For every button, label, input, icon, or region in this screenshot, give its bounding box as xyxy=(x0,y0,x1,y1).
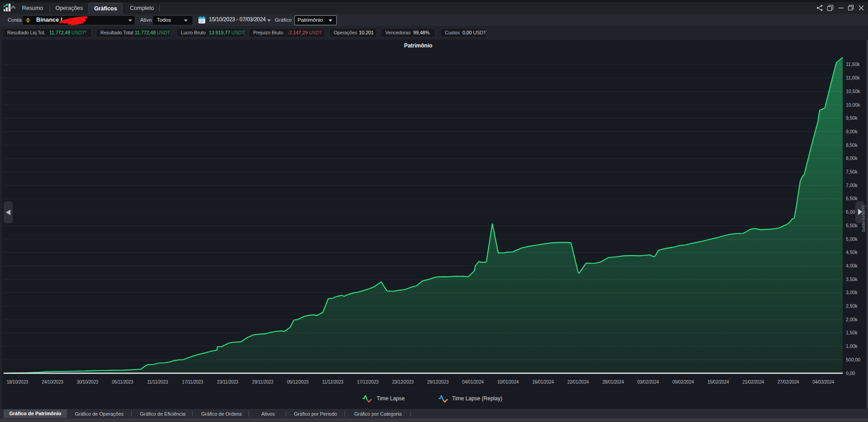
svg-text:5,00k: 5,00k xyxy=(846,236,858,242)
svg-text:9,00k: 9,00k xyxy=(846,129,858,134)
svg-text:16/01/2024: 16/01/2024 xyxy=(532,380,554,384)
svg-text:17/12/2023: 17/12/2023 xyxy=(357,380,379,384)
svg-text:28/01/2024: 28/01/2024 xyxy=(602,380,624,384)
svg-text:7,00k: 7,00k xyxy=(846,183,858,188)
svg-text:9,50k: 9,50k xyxy=(846,115,858,121)
svg-text:23/12/2023: 23/12/2023 xyxy=(392,380,414,384)
svg-text:10,00k: 10,00k xyxy=(846,102,860,108)
svg-text:29/11/2023: 29/11/2023 xyxy=(252,380,274,384)
svg-text:10,50k: 10,50k xyxy=(846,89,860,94)
svg-text:27/02/2024: 27/02/2024 xyxy=(778,380,799,384)
svg-text:11/11/2023: 11/11/2023 xyxy=(147,380,168,384)
svg-text:2,00k: 2,00k xyxy=(846,317,858,322)
svg-text:2,50k: 2,50k xyxy=(846,303,858,309)
svg-text:30/10/2023: 30/10/2023 xyxy=(77,380,99,384)
svg-text:3,00k: 3,00k xyxy=(846,290,858,295)
svg-text:05/12/2023: 05/12/2023 xyxy=(287,380,309,384)
svg-text:09/02/2024: 09/02/2024 xyxy=(672,380,694,384)
svg-text:03/02/2024: 03/02/2024 xyxy=(637,380,659,384)
svg-text:15/02/2024: 15/02/2024 xyxy=(708,380,729,384)
svg-text:4,50k: 4,50k xyxy=(846,249,858,255)
svg-text:17/11/2023: 17/11/2023 xyxy=(182,380,203,384)
svg-text:8,00k: 8,00k xyxy=(846,155,858,161)
svg-text:04/03/2024: 04/03/2024 xyxy=(812,380,834,384)
svg-text:10/01/2024: 10/01/2024 xyxy=(497,380,519,384)
svg-text:11/12/2023: 11/12/2023 xyxy=(322,380,344,384)
svg-text:3,50k: 3,50k xyxy=(846,277,858,282)
svg-text:29/12/2023: 29/12/2023 xyxy=(427,380,449,384)
svg-text:23/11/2023: 23/11/2023 xyxy=(217,380,238,384)
svg-text:24/10/2023: 24/10/2023 xyxy=(42,380,63,384)
svg-text:18/10/2023: 18/10/2023 xyxy=(7,380,28,384)
svg-text:8,50k: 8,50k xyxy=(846,142,858,148)
svg-text:21/02/2024: 21/02/2024 xyxy=(742,380,764,384)
svg-text:5,50k: 5,50k xyxy=(846,223,858,228)
svg-text:4,00k: 4,00k xyxy=(846,263,858,268)
svg-text:11,00k: 11,00k xyxy=(846,75,860,80)
svg-text:7,50k: 7,50k xyxy=(846,169,858,174)
svg-text:05/11/2023: 05/11/2023 xyxy=(112,380,133,384)
svg-text:6,50k: 6,50k xyxy=(846,196,858,201)
svg-text:1,50k: 1,50k xyxy=(846,330,858,335)
svg-text:04/01/2024: 04/01/2024 xyxy=(462,380,484,384)
svg-text:0,00: 0,00 xyxy=(846,370,855,376)
svg-text:11,50k: 11,50k xyxy=(846,61,860,67)
svg-text:22/01/2024: 22/01/2024 xyxy=(567,380,589,384)
svg-text:500,00: 500,00 xyxy=(846,357,860,362)
svg-text:1,00k: 1,00k xyxy=(846,343,858,349)
